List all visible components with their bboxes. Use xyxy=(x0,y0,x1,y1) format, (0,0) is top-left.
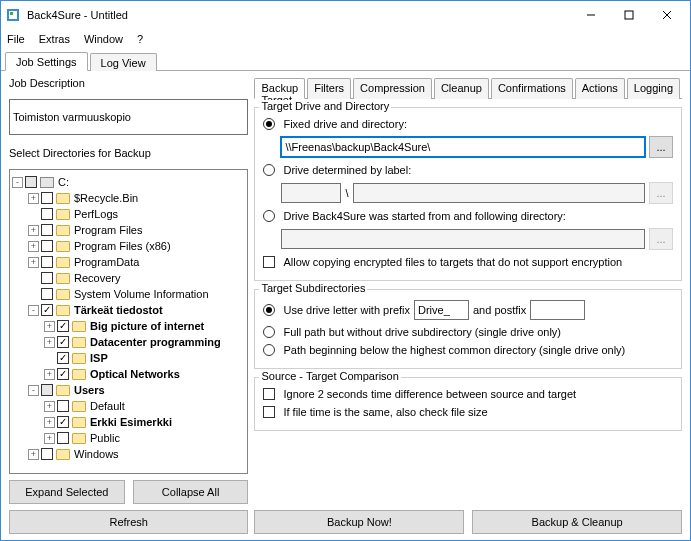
radio-drive-label[interactable] xyxy=(263,164,275,176)
tree-node[interactable]: +Erkki Esimerkki xyxy=(12,414,245,430)
tree-node[interactable]: +Public xyxy=(12,430,245,446)
expand-icon[interactable]: + xyxy=(44,433,55,444)
expand-icon[interactable]: + xyxy=(44,401,55,412)
tree-spacer xyxy=(44,353,55,364)
svg-rect-2 xyxy=(10,12,13,15)
tree-node[interactable]: -C: xyxy=(12,174,245,190)
tree-label: Windows xyxy=(74,448,119,460)
tree-checkbox[interactable] xyxy=(57,432,69,444)
radio-fixed-drive[interactable] xyxy=(263,118,275,130)
tab-confirmations[interactable]: Confirmations xyxy=(491,78,573,99)
collapse-all-button[interactable]: Collapse All xyxy=(133,480,249,504)
tab-cleanup[interactable]: Cleanup xyxy=(434,78,489,99)
menu-file[interactable]: File xyxy=(7,33,25,45)
postfix-input[interactable] xyxy=(530,300,585,320)
tab-log-view[interactable]: Log View xyxy=(90,53,157,71)
tab-logging[interactable]: Logging xyxy=(627,78,680,99)
tree-node[interactable]: +Program Files xyxy=(12,222,245,238)
browse-fixed-button[interactable]: ... xyxy=(649,136,673,158)
expand-icon[interactable]: + xyxy=(28,193,39,204)
folder-icon xyxy=(72,369,86,380)
radio-prefix[interactable] xyxy=(263,304,275,316)
tree-node[interactable]: +Datacenter programming xyxy=(12,334,245,350)
tab-actions[interactable]: Actions xyxy=(575,78,625,99)
collapse-icon[interactable]: - xyxy=(28,305,39,316)
radio-fullpath[interactable] xyxy=(263,326,275,338)
tab-backup-target[interactable]: Backup Target xyxy=(254,78,305,99)
tree-node[interactable]: +Windows xyxy=(12,446,245,462)
folder-icon xyxy=(56,257,70,268)
tree-checkbox[interactable] xyxy=(41,224,53,236)
tree-checkbox[interactable] xyxy=(57,320,69,332)
minimize-button[interactable] xyxy=(572,4,610,26)
menu-help[interactable]: ? xyxy=(137,33,143,45)
expand-icon[interactable]: + xyxy=(44,337,55,348)
fixed-path-input[interactable] xyxy=(281,137,645,157)
tree-node[interactable]: -Users xyxy=(12,382,245,398)
browse-label-button: ... xyxy=(649,182,673,204)
app-icon xyxy=(5,7,21,23)
prefix-input[interactable] xyxy=(414,300,469,320)
tree-label: Datacenter programming xyxy=(90,336,221,348)
expand-selected-button[interactable]: Expand Selected xyxy=(9,480,125,504)
tab-compression[interactable]: Compression xyxy=(353,78,432,99)
tree-checkbox[interactable] xyxy=(57,416,69,428)
tree-node[interactable]: +ProgramData xyxy=(12,254,245,270)
collapse-icon[interactable]: - xyxy=(12,177,23,188)
expand-icon[interactable]: + xyxy=(44,321,55,332)
directory-tree[interactable]: -C:+$Recycle.BinPerfLogs+Program Files+P… xyxy=(9,169,248,474)
tree-checkbox[interactable] xyxy=(57,352,69,364)
tree-checkbox[interactable] xyxy=(41,304,53,316)
tree-checkbox[interactable] xyxy=(41,192,53,204)
tree-node[interactable]: PerfLogs xyxy=(12,206,245,222)
tree-checkbox[interactable] xyxy=(41,240,53,252)
expand-icon[interactable]: + xyxy=(28,225,39,236)
tree-node[interactable]: System Volume Information xyxy=(12,286,245,302)
tab-filters[interactable]: Filters xyxy=(307,78,351,99)
tree-checkbox[interactable] xyxy=(41,208,53,220)
radio-started-from-label: Drive Back4Sure was started from and fol… xyxy=(283,210,565,222)
tree-node[interactable]: +Big picture of internet xyxy=(12,318,245,334)
tree-node[interactable]: ISP xyxy=(12,350,245,366)
tree-checkbox[interactable] xyxy=(57,336,69,348)
tree-node[interactable]: +Optical Networks xyxy=(12,366,245,382)
expand-icon[interactable]: + xyxy=(28,241,39,252)
job-description-input[interactable] xyxy=(9,99,248,135)
radio-started-from[interactable] xyxy=(263,210,275,222)
window-title: Back4Sure - Untitled xyxy=(27,9,572,21)
tree-node[interactable]: Recovery xyxy=(12,270,245,286)
tree-checkbox[interactable] xyxy=(41,288,53,300)
ignore-2s-checkbox[interactable] xyxy=(263,388,275,400)
backup-now-button[interactable]: Backup Now! xyxy=(254,510,464,534)
folder-icon xyxy=(56,193,70,204)
refresh-button[interactable]: Refresh xyxy=(9,510,248,534)
tree-checkbox[interactable] xyxy=(41,256,53,268)
expand-icon[interactable]: + xyxy=(28,257,39,268)
tree-checkbox[interactable] xyxy=(41,384,53,396)
expand-icon[interactable]: + xyxy=(44,417,55,428)
tree-checkbox[interactable] xyxy=(57,368,69,380)
allow-encrypted-checkbox[interactable] xyxy=(263,256,275,268)
menu-extras[interactable]: Extras xyxy=(39,33,70,45)
target-subdirs-group: Target Subdirectories Use drive letter w… xyxy=(254,289,682,369)
tree-node[interactable]: +Program Files (x86) xyxy=(12,238,245,254)
check-size-checkbox[interactable] xyxy=(263,406,275,418)
backup-cleanup-button[interactable]: Backup & Cleanup xyxy=(472,510,682,534)
tree-checkbox[interactable] xyxy=(41,448,53,460)
tree-node[interactable]: -Tärkeät tiedostot xyxy=(12,302,245,318)
tree-checkbox[interactable] xyxy=(25,176,37,188)
tab-job-settings[interactable]: Job Settings xyxy=(5,52,88,71)
tree-checkbox[interactable] xyxy=(57,400,69,412)
tree-label: System Volume Information xyxy=(74,288,209,300)
menu-window[interactable]: Window xyxy=(84,33,123,45)
expand-icon[interactable]: + xyxy=(28,449,39,460)
tree-node[interactable]: +$Recycle.Bin xyxy=(12,190,245,206)
close-button[interactable] xyxy=(648,4,686,26)
collapse-icon[interactable]: - xyxy=(28,385,39,396)
maximize-button[interactable] xyxy=(610,4,648,26)
tree-label: Default xyxy=(90,400,125,412)
radio-common[interactable] xyxy=(263,344,275,356)
expand-icon[interactable]: + xyxy=(44,369,55,380)
tree-node[interactable]: +Default xyxy=(12,398,245,414)
tree-checkbox[interactable] xyxy=(41,272,53,284)
